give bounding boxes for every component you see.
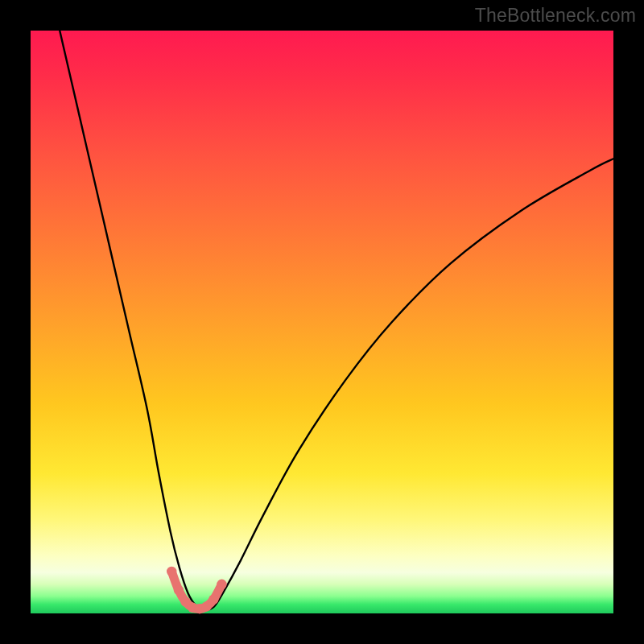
- watermark-text: TheBottleneck.com: [475, 5, 636, 27]
- curve-layer: [31, 31, 613, 613]
- emphasis-dot: [167, 567, 176, 576]
- emphasis-dot: [217, 580, 226, 589]
- emphasis-dot: [174, 585, 184, 595]
- emphasis-dot: [208, 594, 218, 604]
- chart-frame: TheBottleneck.com: [0, 0, 644, 644]
- bottleneck-curve: [60, 31, 613, 610]
- plot-area: [31, 31, 613, 613]
